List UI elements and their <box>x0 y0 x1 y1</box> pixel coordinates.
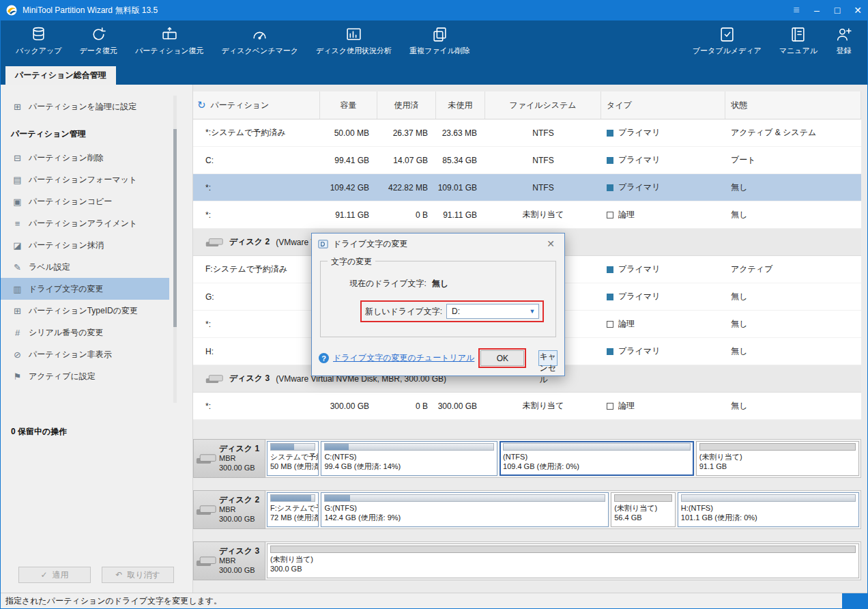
partition-row[interactable]: *: 91.11 GB 0 B 91.11 GB 未割り当て 論理 無し <box>193 201 861 229</box>
disk-scheme: MBR <box>219 454 235 462</box>
window-controls: ≡ – □ ✕ <box>786 0 868 20</box>
sidebar-item-delete-partition[interactable]: ⊟ パーティション削除 <box>0 147 169 169</box>
disk-segments: (未割り当て) 300.0 GB <box>265 541 861 580</box>
sidebar-item-set-label[interactable]: ✎ ラベル設定 <box>0 256 169 278</box>
column-header-unused[interactable]: 未使用 <box>436 91 485 119</box>
duplicate-file-icon <box>431 26 448 43</box>
column-header-capacity[interactable]: 容量 <box>320 91 377 119</box>
format-partition-icon: ▤ <box>12 175 23 185</box>
disk-segment[interactable]: システムで予約 50 MB (使用済 <box>267 441 319 476</box>
ok-button[interactable]: OK <box>480 350 524 366</box>
menu-icon[interactable]: ≡ <box>786 0 807 20</box>
status-cell: 無し <box>725 318 861 330</box>
disk-segment-selected[interactable]: (NTFS) 109.4 GB (使用済: 0%) <box>500 441 694 476</box>
unused-cell: 23.63 MB <box>436 128 485 138</box>
sidebar: ⊞ パーティションを論理に設定 パーティション管理 ⊟ パーティション削除 ▤ … <box>0 85 193 593</box>
disk-panel-1: ディスク 1 MBR 300.00 GB システムで予約 50 MB (使用済 … <box>193 439 861 478</box>
maximize-icon[interactable]: □ <box>827 0 848 20</box>
disk-icon <box>196 554 216 568</box>
delete-partition-icon: ⊟ <box>12 153 23 163</box>
refresh-icon[interactable]: ↻ <box>197 99 206 111</box>
column-header-type[interactable]: タイプ <box>601 91 725 119</box>
type-label: 論理 <box>618 400 635 412</box>
disk-segment-unallocated[interactable]: (未割り当て) 91.1 GB <box>696 441 859 476</box>
sidebar-item-change-typeid[interactable]: ⊞ パーティションTypeIDの変更 <box>0 300 169 322</box>
column-header-used[interactable]: 使用済 <box>377 91 436 119</box>
segment-name: (未割り当て) <box>270 554 856 564</box>
column-header-partition[interactable]: ↻ パーティション <box>193 91 320 119</box>
sidebar-item-label: パーティションフォーマット <box>29 174 137 186</box>
partition-row[interactable]: C: 99.41 GB 14.07 GB 85.34 GB NTFS プライマリ… <box>193 147 861 174</box>
sidebar-item-copy-partition[interactable]: ▣ パーティションコピー <box>0 190 169 212</box>
change-serial-icon: # <box>12 328 23 338</box>
sidebar-item-change-drive-letter[interactable]: ▥ ドライブ文字の変更 <box>0 278 169 300</box>
column-header-status[interactable]: 状態 <box>725 91 861 119</box>
help-icon[interactable]: ? <box>319 353 329 363</box>
undo-button[interactable]: ↶ 取り消す <box>102 567 174 583</box>
disk-scheme: MBR <box>219 556 235 565</box>
disk-size: 300.00 GB <box>219 566 255 574</box>
close-icon[interactable]: ✕ <box>848 0 868 20</box>
toolbar-label: データ復元 <box>80 46 118 56</box>
disk-segment[interactable]: G:(NTFS) 142.4 GB (使用済: 9%) <box>321 492 609 527</box>
toolbar-disk-usage-analysis-button[interactable]: ディスク使用状況分析 <box>307 20 401 66</box>
disk-benchmark-icon <box>251 26 268 43</box>
tutorial-link[interactable]: ドライブ文字の変更のチュートリアル <box>333 352 474 364</box>
groupbox-label: 文字の変更 <box>328 256 375 268</box>
set-label-icon: ✎ <box>12 262 23 272</box>
sidebar-item-label: パーティションアライメント <box>29 218 137 229</box>
partition-row[interactable]: *: 300.00 GB 0 B 300.00 GB 未割り当て 論理 無し <box>193 393 861 420</box>
column-header-filesystem[interactable]: ファイルシステム <box>485 91 601 119</box>
new-drive-letter-dropdown[interactable]: D: ▼ <box>446 304 539 319</box>
toolbar-backup-button[interactable]: バックアップ <box>7 20 71 66</box>
capacity-cell: 109.42 GB <box>320 183 377 193</box>
segment-name: H:(NTFS) <box>681 503 856 513</box>
usage-bar <box>503 443 691 451</box>
disk-label[interactable]: ディスク 1 MBR 300.00 GB <box>193 439 265 478</box>
cancel-button[interactable]: キャンセル <box>538 350 558 366</box>
disk-label[interactable]: ディスク 2 MBR 300.00 GB <box>193 490 265 529</box>
sidebar-item-align-partition[interactable]: ≡ パーティションアライメント <box>0 212 169 234</box>
toolbar-bootable-media-button[interactable]: ブータブルメディア <box>684 20 770 66</box>
status-cell: 無し <box>725 182 861 193</box>
apply-button-label: 適用 <box>53 569 69 581</box>
minimize-icon[interactable]: – <box>807 0 827 20</box>
dialog-close-icon[interactable]: ✕ <box>543 238 558 249</box>
toolbar-duplicate-file-finder-button[interactable]: 重複ファイル削除 <box>401 20 479 66</box>
usage-bar <box>699 443 856 451</box>
primary-square-icon <box>607 184 613 191</box>
sidebar-item-set-logical[interactable]: ⊞ パーティションを論理に設定 <box>0 96 169 117</box>
type-cell: プライマリ <box>601 182 725 193</box>
segment-size: 101.1 GB (使用済: 0%) <box>681 513 856 522</box>
status-bar: 指定されたパーティションのドライブ文字を変更します。 <box>0 593 868 609</box>
segment-size: 72 MB (使用済 <box>270 513 315 522</box>
partition-row-selected[interactable]: *: 109.42 GB 422.82 MB 109.01 GB NTFS プラ… <box>193 174 861 201</box>
toolbar-disk-benchmark-button[interactable]: ディスクベンチマーク <box>213 20 307 66</box>
disk-segment[interactable]: H:(NTFS) 101.1 GB (使用済: 0%) <box>678 492 859 527</box>
partition-name: *:システムで予約済み <box>193 127 320 139</box>
disk-label[interactable]: ディスク 3 MBR 300.00 GB <box>193 541 265 580</box>
disk-segment-unallocated[interactable]: (未割り当て) 300.0 GB <box>267 543 859 578</box>
toolbar-data-recovery-button[interactable]: データ復元 <box>71 20 127 66</box>
toolbar-manual-button[interactable]: マニュアル <box>770 20 826 66</box>
disk-segment-unallocated[interactable]: (未割り当て) 56.4 GB <box>611 492 676 527</box>
toolbar-partition-recovery-button[interactable]: パーティション復元 <box>126 20 213 66</box>
sidebar-item-change-serial[interactable]: # シリアル番号の変更 <box>0 322 169 343</box>
segment-size: 50 MB (使用済 <box>270 462 315 471</box>
disk-segment[interactable]: C:(NTFS) 99.4 GB (使用済: 14%) <box>321 441 497 476</box>
tab-partition-management[interactable]: パーティション総合管理 <box>5 66 116 85</box>
sidebar-item-label: パーティション抹消 <box>29 240 104 251</box>
sidebar-item-format-partition[interactable]: ▤ パーティションフォーマット <box>0 169 169 190</box>
segment-size: 99.4 GB (使用済: 14%) <box>324 462 494 471</box>
sidebar-scrollbar-thumb[interactable] <box>173 129 177 327</box>
sidebar-item-hide-partition[interactable]: ⊘ パーティション非表示 <box>0 343 169 365</box>
partition-row[interactable]: *:システムで予約済み 50.00 MB 26.37 MB 23.63 MB N… <box>193 119 861 147</box>
annotation-highlight: OK <box>478 348 526 368</box>
apply-button[interactable]: ✓ 適用 <box>18 567 91 583</box>
toolbar-register-button[interactable]: 登録 <box>826 20 861 66</box>
sidebar-item-wipe-partition[interactable]: ◪ パーティション抹消 <box>0 234 169 256</box>
disk-segments: F:システムで予 72 MB (使用済 G:(NTFS) 142.4 GB (使… <box>265 490 861 529</box>
disk-segment[interactable]: F:システムで予 72 MB (使用済 <box>267 492 319 527</box>
sidebar-item-set-active[interactable]: ⚑ アクティブに設定 <box>0 365 169 387</box>
sidebar-scrollbar[interactable] <box>173 96 177 403</box>
